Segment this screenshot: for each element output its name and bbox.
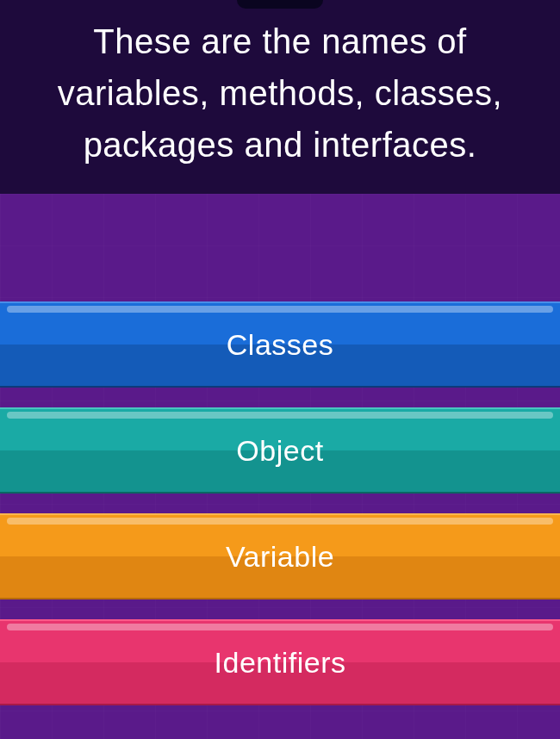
question-panel: These are the names of variables, method… <box>0 0 560 194</box>
answers-panel: Classes Object Variable Identifiers <box>0 194 560 739</box>
answer-label: Variable <box>226 540 334 574</box>
answer-label: Classes <box>227 328 333 362</box>
answer-label: Identifiers <box>215 646 346 680</box>
answer-option-1[interactable]: Classes <box>0 301 560 388</box>
question-text: These are the names of variables, method… <box>13 16 547 171</box>
drag-handle[interactable] <box>237 0 323 9</box>
answer-option-3[interactable]: Variable <box>0 513 560 599</box>
answer-label: Object <box>236 434 323 468</box>
answer-option-2[interactable]: Object <box>0 407 560 494</box>
answer-option-4[interactable]: Identifiers <box>0 619 560 705</box>
